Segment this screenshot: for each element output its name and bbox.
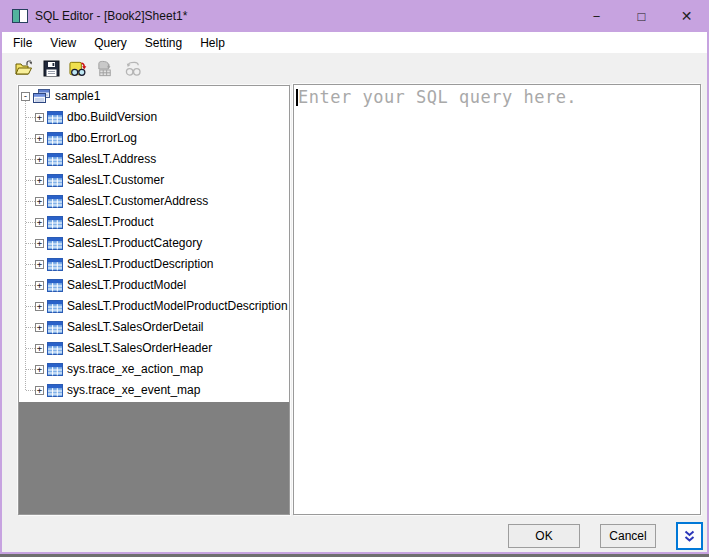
table-icon [47, 153, 63, 166]
expand-toggle[interactable]: + [35, 176, 44, 185]
expand-dialog-button[interactable] [676, 522, 703, 550]
collapse-toggle[interactable]: - [21, 92, 30, 101]
preview-query-button[interactable] [69, 59, 88, 78]
open-file-button[interactable] [15, 59, 34, 78]
table-icon [47, 321, 63, 334]
expand-toggle[interactable]: + [35, 260, 44, 269]
tree-item[interactable]: + SalesLT.ProductDescription [19, 254, 289, 275]
table-icon [47, 363, 63, 376]
expand-toggle[interactable]: + [35, 197, 44, 206]
expand-toggle[interactable]: + [35, 302, 44, 311]
tree-item[interactable]: + sys.trace_xe_action_map [19, 359, 289, 380]
expand-toggle[interactable]: + [35, 281, 44, 290]
expand-toggle[interactable]: + [35, 218, 44, 227]
tree-item[interactable]: + SalesLT.CustomerAddress [19, 191, 289, 212]
expand-toggle[interactable]: + [35, 239, 44, 248]
tree-item[interactable]: + SalesLT.SalesOrderHeader [19, 338, 289, 359]
tree-item[interactable]: + SalesLT.Customer [19, 170, 289, 191]
close-button[interactable]: ✕ [664, 0, 709, 32]
table-icon [47, 195, 63, 208]
table-icon [47, 300, 63, 313]
tree-item-label: SalesLT.Product [67, 212, 154, 233]
tree-item-label: dbo.ErrorLog [67, 128, 137, 149]
table-icon [47, 174, 63, 187]
tree-item[interactable]: + dbo.ErrorLog [19, 128, 289, 149]
database-icon [33, 89, 51, 104]
table-icon [47, 279, 63, 292]
menubar: File View Query Setting Help [2, 32, 707, 53]
menu-item[interactable]: Query [85, 34, 136, 52]
tree-item-label: SalesLT.Customer [67, 170, 164, 191]
tree-item[interactable]: + sys.trace_xe_event_map [19, 380, 289, 401]
tree-item-label: SalesLT.ProductModelProductDescription [67, 296, 288, 317]
tree-item[interactable]: + SalesLT.SalesOrderDetail [19, 317, 289, 338]
tree-item-label: SalesLT.SalesOrderDetail [67, 317, 204, 338]
table-icon [47, 342, 63, 355]
open-file-icon [15, 60, 34, 77]
tree-item-label: SalesLT.Address [67, 149, 156, 170]
tree-item-label: SalesLT.ProductModel [67, 275, 186, 296]
save-icon [43, 60, 60, 77]
tree-item-label: SalesLT.ProductDescription [67, 254, 214, 275]
preview-query-icon [69, 60, 88, 78]
double-chevron-down-icon [683, 530, 696, 543]
tree-item[interactable]: + SalesLT.ProductModelProductDescription [19, 296, 289, 317]
save-button[interactable] [42, 59, 61, 78]
tree-item[interactable]: + SalesLT.Address [19, 149, 289, 170]
tree-item-label: sys.trace_xe_action_map [67, 359, 203, 380]
window-controls: − □ ✕ [574, 0, 709, 32]
tree-item-label: SalesLT.CustomerAddress [67, 191, 208, 212]
table-icon [47, 111, 63, 124]
window-title: SQL Editor - [Book2]Sheet1* [35, 9, 187, 23]
import-data-icon [96, 60, 115, 78]
table-icon [47, 384, 63, 397]
expand-toggle[interactable]: + [35, 323, 44, 332]
expand-toggle[interactable]: + [35, 155, 44, 164]
expand-toggle[interactable]: + [35, 386, 44, 395]
tree-root-sample1[interactable]: - sample1 [19, 86, 289, 107]
tree-items: + dbo.BuildVersion + [19, 107, 289, 401]
expand-toggle[interactable]: + [35, 365, 44, 374]
expand-toggle[interactable]: + [35, 113, 44, 122]
sql-placeholder-text: Enter your SQL query here. [298, 88, 577, 107]
table-icon [47, 258, 63, 271]
import-data-button [96, 59, 115, 78]
tree-item-label: SalesLT.SalesOrderHeader [67, 338, 212, 359]
table-icon [47, 237, 63, 250]
tree-item-label: sys.trace_xe_event_map [67, 380, 200, 401]
titlebar[interactable]: SQL Editor - [Book2]Sheet1* − □ ✕ [0, 0, 709, 32]
minimize-button[interactable]: − [574, 0, 619, 32]
maximize-button[interactable]: □ [619, 0, 664, 32]
table-icon [47, 132, 63, 145]
expand-toggle[interactable]: + [35, 134, 44, 143]
database-tree-panel: - sample1 + [18, 85, 290, 515]
tree-item[interactable]: + SalesLT.ProductModel [19, 275, 289, 296]
sql-editor-window: SQL Editor - [Book2]Sheet1* − □ ✕ File V… [0, 0, 709, 554]
menu-item[interactable]: Setting [136, 34, 191, 52]
ok-button[interactable]: OK [508, 524, 580, 548]
expand-toggle[interactable]: + [35, 344, 44, 353]
tree-item[interactable]: + dbo.BuildVersion [19, 107, 289, 128]
tree-item-label: SalesLT.ProductCategory [67, 233, 202, 254]
tree-item[interactable]: + SalesLT.Product [19, 212, 289, 233]
tree-item-label: dbo.BuildVersion [67, 107, 157, 128]
tree-root-label: sample1 [55, 86, 100, 107]
preview-data-button [123, 59, 142, 78]
cancel-button[interactable]: Cancel [600, 524, 656, 548]
sql-query-editor[interactable]: Enter your SQL query here. [293, 84, 701, 515]
menu-item[interactable]: View [41, 34, 85, 52]
table-icon [47, 216, 63, 229]
database-tree: - sample1 + [19, 86, 289, 402]
preview-data-icon [123, 60, 142, 78]
toolbar [2, 53, 707, 84]
menu-item[interactable]: Help [191, 34, 234, 52]
menu-item[interactable]: File [4, 34, 41, 52]
worksheet-app-icon [12, 9, 28, 23]
tree-item[interactable]: + SalesLT.ProductCategory [19, 233, 289, 254]
